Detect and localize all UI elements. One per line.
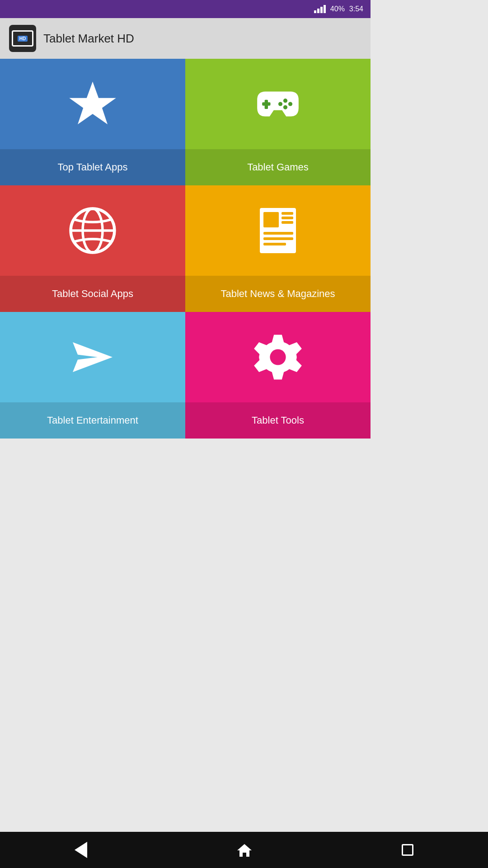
paper-plane-icon [68,332,117,382]
grid-cell-tools[interactable]: Tablet Tools [185,312,371,439]
svg-point-6 [278,102,282,106]
svg-rect-15 [263,232,293,235]
gear-icon [253,332,303,382]
news-label: Tablet News & Magazines [185,276,371,312]
grid-cell-top-apps[interactable]: Top Tablet Apps [0,59,185,185]
app-header: HD Tablet Market HD [0,18,371,59]
hd-badge: HD [18,36,28,42]
svg-rect-14 [282,221,293,224]
clock: 3:54 [349,5,363,13]
app-title: Tablet Market HD [43,32,134,46]
svg-marker-18 [73,342,113,372]
entertainment-label: Tablet Entertainment [0,402,185,439]
bottom-area [0,439,371,506]
app-logo: HD [9,25,36,52]
grid-cell-entertainment[interactable]: Tablet Entertainment [0,312,185,439]
svg-point-19 [270,349,286,365]
grid-cell-news[interactable]: Tablet News & Magazines [185,185,371,312]
svg-point-5 [283,105,287,109]
social-label: Tablet Social Apps [0,276,185,312]
signal-icon [314,5,326,13]
grid-cell-social[interactable]: Tablet Social Apps [0,185,185,312]
newspaper-icon [253,206,303,255]
globe-icon [68,206,117,255]
battery-level: 40% [330,5,345,13]
games-label: Tablet Games [185,149,371,185]
svg-rect-11 [263,212,279,227]
main-grid: Top Tablet Apps Tablet Games [0,59,371,439]
svg-rect-12 [282,212,293,215]
grid-cell-games[interactable]: Tablet Games [185,59,371,185]
svg-rect-16 [263,237,293,240]
svg-marker-0 [69,82,116,125]
svg-rect-13 [282,217,293,219]
star-icon [68,79,117,129]
svg-point-4 [288,102,292,106]
svg-point-3 [283,99,287,103]
tools-label: Tablet Tools [185,402,371,439]
status-bar: 40% 3:54 [0,0,371,18]
svg-rect-2 [262,102,270,105]
gamepad-icon [253,79,303,129]
top-apps-label: Top Tablet Apps [0,149,185,185]
svg-rect-17 [263,243,286,245]
